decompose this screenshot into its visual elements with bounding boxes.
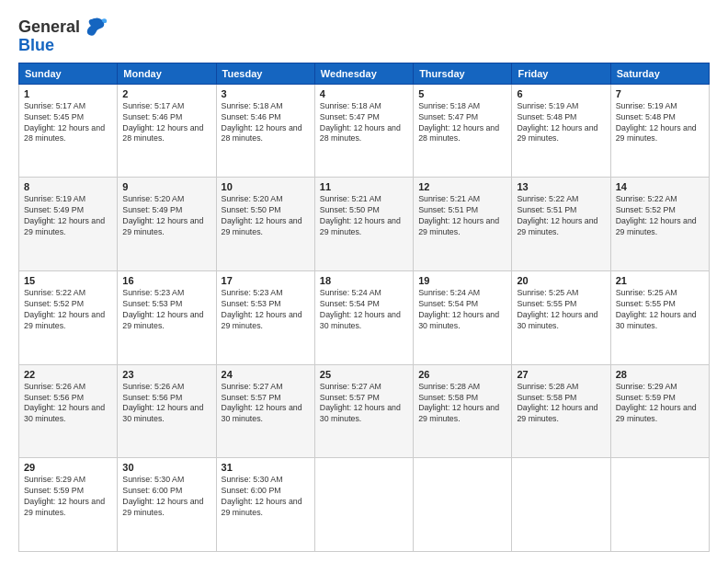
cell-info: Sunrise: 5:30 AMSunset: 6:00 PMDaylight:… [122, 475, 210, 519]
cell-info: Sunrise: 5:24 AMSunset: 5:54 PMDaylight:… [320, 288, 408, 332]
calendar-cell: 24Sunrise: 5:27 AMSunset: 5:57 PMDayligh… [216, 364, 314, 458]
calendar-cell: 17Sunrise: 5:23 AMSunset: 5:53 PMDayligh… [216, 271, 314, 365]
header: General Blue [18, 15, 710, 55]
calendar-cell: 10Sunrise: 5:20 AMSunset: 5:50 PMDayligh… [216, 178, 314, 271]
calendar-header-saturday: Saturday [610, 63, 709, 84]
cell-day-number: 26 [418, 369, 506, 380]
logo-bird-icon [82, 15, 108, 40]
cell-info: Sunrise: 5:19 AMSunset: 5:48 PMDaylight:… [517, 101, 605, 145]
calendar-header-row: SundayMondayTuesdayWednesdayThursdayFrid… [19, 63, 710, 84]
cell-day-number: 27 [517, 369, 605, 380]
logo-general-text: General [18, 18, 80, 37]
calendar-cell [414, 458, 512, 552]
cell-info: Sunrise: 5:27 AMSunset: 5:57 PMDaylight:… [320, 382, 408, 426]
cell-info: Sunrise: 5:18 AMSunset: 5:46 PMDaylight:… [222, 101, 310, 145]
cell-info: Sunrise: 5:23 AMSunset: 5:53 PMDaylight:… [122, 288, 210, 332]
cell-info: Sunrise: 5:17 AMSunset: 5:46 PMDaylight:… [122, 101, 210, 145]
calendar-week-row: 8Sunrise: 5:19 AMSunset: 5:49 PMDaylight… [19, 178, 710, 271]
calendar-cell: 2Sunrise: 5:17 AMSunset: 5:46 PMDaylight… [118, 84, 216, 178]
calendar-cell: 4Sunrise: 5:18 AMSunset: 5:47 PMDaylight… [314, 84, 413, 178]
calendar-cell: 27Sunrise: 5:28 AMSunset: 5:58 PMDayligh… [512, 364, 610, 458]
calendar-table: SundayMondayTuesdayWednesdayThursdayFrid… [18, 63, 710, 552]
cell-info: Sunrise: 5:23 AMSunset: 5:53 PMDaylight:… [222, 288, 310, 332]
calendar-cell: 28Sunrise: 5:29 AMSunset: 5:59 PMDayligh… [610, 364, 709, 458]
cell-day-number: 17 [222, 275, 310, 286]
cell-info: Sunrise: 5:25 AMSunset: 5:55 PMDaylight:… [616, 288, 704, 332]
cell-day-number: 21 [616, 275, 704, 286]
calendar-cell [512, 458, 610, 552]
calendar-week-row: 1Sunrise: 5:17 AMSunset: 5:45 PMDaylight… [19, 84, 710, 178]
cell-day-number: 23 [122, 369, 210, 380]
cell-info: Sunrise: 5:29 AMSunset: 5:59 PMDaylight:… [616, 382, 704, 426]
calendar-cell: 5Sunrise: 5:18 AMSunset: 5:47 PMDaylight… [414, 84, 512, 178]
cell-day-number: 22 [24, 369, 112, 380]
cell-info: Sunrise: 5:19 AMSunset: 5:48 PMDaylight:… [616, 101, 704, 145]
calendar-cell [610, 458, 709, 552]
cell-day-number: 6 [517, 88, 605, 99]
cell-day-number: 1 [24, 88, 112, 99]
cell-day-number: 16 [122, 275, 210, 286]
cell-info: Sunrise: 5:26 AMSunset: 5:56 PMDaylight:… [122, 382, 210, 426]
calendar-header-wednesday: Wednesday [314, 63, 413, 84]
cell-day-number: 3 [222, 88, 310, 99]
calendar-cell: 6Sunrise: 5:19 AMSunset: 5:48 PMDaylight… [512, 84, 610, 178]
calendar-week-row: 15Sunrise: 5:22 AMSunset: 5:52 PMDayligh… [19, 271, 710, 365]
calendar-cell: 16Sunrise: 5:23 AMSunset: 5:53 PMDayligh… [118, 271, 216, 365]
cell-info: Sunrise: 5:24 AMSunset: 5:54 PMDaylight:… [418, 288, 506, 332]
calendar-header-tuesday: Tuesday [216, 63, 314, 84]
cell-day-number: 11 [320, 181, 408, 192]
cell-day-number: 5 [418, 88, 506, 99]
cell-info: Sunrise: 5:20 AMSunset: 5:50 PMDaylight:… [222, 194, 310, 238]
cell-day-number: 8 [24, 181, 112, 192]
calendar-cell: 3Sunrise: 5:18 AMSunset: 5:46 PMDaylight… [216, 84, 314, 178]
cell-info: Sunrise: 5:29 AMSunset: 5:59 PMDaylight:… [24, 475, 112, 519]
cell-info: Sunrise: 5:19 AMSunset: 5:49 PMDaylight:… [24, 194, 112, 238]
cell-info: Sunrise: 5:18 AMSunset: 5:47 PMDaylight:… [320, 101, 408, 145]
cell-day-number: 13 [517, 181, 605, 192]
cell-day-number: 19 [418, 275, 506, 286]
cell-day-number: 9 [122, 181, 210, 192]
calendar-header-monday: Monday [118, 63, 216, 84]
calendar-cell: 22Sunrise: 5:26 AMSunset: 5:56 PMDayligh… [19, 364, 118, 458]
calendar-cell: 12Sunrise: 5:21 AMSunset: 5:51 PMDayligh… [414, 178, 512, 271]
calendar-cell: 9Sunrise: 5:20 AMSunset: 5:49 PMDaylight… [118, 178, 216, 271]
logo-blue-text: Blue [18, 37, 54, 55]
cell-day-number: 7 [616, 88, 704, 99]
cell-day-number: 20 [517, 275, 605, 286]
cell-info: Sunrise: 5:26 AMSunset: 5:56 PMDaylight:… [24, 382, 112, 426]
calendar-cell: 7Sunrise: 5:19 AMSunset: 5:48 PMDaylight… [610, 84, 709, 178]
calendar-cell: 14Sunrise: 5:22 AMSunset: 5:52 PMDayligh… [610, 178, 709, 271]
cell-day-number: 29 [24, 462, 112, 473]
cell-info: Sunrise: 5:18 AMSunset: 5:47 PMDaylight:… [418, 101, 506, 145]
calendar-week-row: 29Sunrise: 5:29 AMSunset: 5:59 PMDayligh… [19, 458, 710, 552]
cell-info: Sunrise: 5:30 AMSunset: 6:00 PMDaylight:… [222, 475, 310, 519]
cell-info: Sunrise: 5:21 AMSunset: 5:50 PMDaylight:… [320, 194, 408, 238]
cell-info: Sunrise: 5:21 AMSunset: 5:51 PMDaylight:… [418, 194, 506, 238]
cell-day-number: 30 [122, 462, 210, 473]
calendar-cell [314, 458, 413, 552]
cell-day-number: 15 [24, 275, 112, 286]
cell-day-number: 2 [122, 88, 210, 99]
cell-day-number: 25 [320, 369, 408, 380]
cell-info: Sunrise: 5:22 AMSunset: 5:52 PMDaylight:… [24, 288, 112, 332]
logo: General Blue [18, 15, 108, 55]
calendar-header-sunday: Sunday [19, 63, 118, 84]
cell-info: Sunrise: 5:20 AMSunset: 5:49 PMDaylight:… [122, 194, 210, 238]
cell-day-number: 28 [616, 369, 704, 380]
cell-info: Sunrise: 5:22 AMSunset: 5:52 PMDaylight:… [616, 194, 704, 238]
calendar-header-thursday: Thursday [414, 63, 512, 84]
calendar-cell: 29Sunrise: 5:29 AMSunset: 5:59 PMDayligh… [19, 458, 118, 552]
calendar-cell: 8Sunrise: 5:19 AMSunset: 5:49 PMDaylight… [19, 178, 118, 271]
calendar-cell: 30Sunrise: 5:30 AMSunset: 6:00 PMDayligh… [118, 458, 216, 552]
cell-day-number: 24 [222, 369, 310, 380]
calendar-cell: 20Sunrise: 5:25 AMSunset: 5:55 PMDayligh… [512, 271, 610, 365]
cell-info: Sunrise: 5:25 AMSunset: 5:55 PMDaylight:… [517, 288, 605, 332]
cell-day-number: 18 [320, 275, 408, 286]
calendar-cell: 11Sunrise: 5:21 AMSunset: 5:50 PMDayligh… [314, 178, 413, 271]
page: General Blue SundayMondayTuesdayWednesda… [0, 0, 728, 563]
calendar-cell: 18Sunrise: 5:24 AMSunset: 5:54 PMDayligh… [314, 271, 413, 365]
calendar-cell: 15Sunrise: 5:22 AMSunset: 5:52 PMDayligh… [19, 271, 118, 365]
cell-day-number: 4 [320, 88, 408, 99]
calendar-header-friday: Friday [512, 63, 610, 84]
cell-info: Sunrise: 5:28 AMSunset: 5:58 PMDaylight:… [418, 382, 506, 426]
